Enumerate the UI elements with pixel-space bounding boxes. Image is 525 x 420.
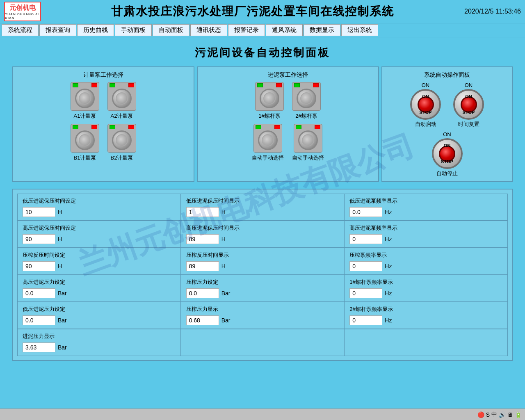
data-cell-0: 低压进泥保压时间设定H <box>17 194 181 221</box>
data-input-12[interactable] <box>23 315 55 325</box>
screw-auto-manual-1-dial[interactable] <box>253 124 282 153</box>
data-input-5[interactable] <box>349 234 382 244</box>
pump-a1-knob[interactable] <box>75 89 95 108</box>
data-cell-value-row-10: Bar <box>186 288 339 298</box>
pump-b1-dial[interactable] <box>71 124 99 153</box>
data-cell-label-11: 1#螺杆泵频率显示 <box>349 278 502 286</box>
screw-pump-1-red-led <box>276 83 282 87</box>
data-cell-value-row-7: H <box>186 261 339 271</box>
data-input-2[interactable] <box>349 207 382 217</box>
data-cell-value-row-1: H <box>186 207 339 217</box>
screw-auto-manual-1-knob[interactable] <box>258 130 278 150</box>
control-panels: 计量泵工作选择 A1计量泵 <box>12 66 513 182</box>
nav-btn-报表查询[interactable]: 报表查询 <box>39 24 76 36</box>
data-input-13[interactable] <box>186 315 219 325</box>
nav-btn-数据显示[interactable]: 数据显示 <box>304 24 340 36</box>
screw-pump-2-label: 2#螺杆泵 <box>295 112 317 120</box>
taskbar-icon-5: 🖥 <box>507 411 513 418</box>
pump-a2-green-led <box>110 83 115 87</box>
pump-b2-knob[interactable] <box>112 130 132 150</box>
data-cell-label-1: 低压进泥保压时间显示 <box>186 197 339 205</box>
nav-btn-通讯状态[interactable]: 通讯状态 <box>190 24 227 36</box>
data-input-15[interactable] <box>23 342 55 352</box>
data-input-0[interactable] <box>23 207 55 217</box>
data-cell-12: 低压进泥压力设定Bar <box>17 302 181 329</box>
data-cell-label-5: 高压进泥泵频率显示 <box>349 224 502 232</box>
data-cell-label-8: 压榨泵频率显示 <box>349 251 502 259</box>
data-input-10[interactable] <box>186 288 219 298</box>
screw-pump-title: 进泥泵工作选择 <box>203 71 372 79</box>
data-unit-6: H <box>58 263 62 269</box>
pump-a1: A1计量泵 <box>71 82 99 120</box>
data-unit-13: Bar <box>221 317 231 324</box>
metering-pump-title: 计量泵工作选择 <box>19 71 188 79</box>
pump-b1-knob[interactable] <box>75 130 95 150</box>
nav-btn-自动面板[interactable]: 自动面板 <box>153 24 189 36</box>
pump-a1-green-led <box>73 83 78 87</box>
data-cell-value-row-3: H <box>23 234 176 244</box>
taskbar-icon-6: 🔋 <box>515 411 522 418</box>
datetime: 2020/12/5 11:53:46 <box>464 8 521 15</box>
data-cell-label-7: 压榨反压时间显示 <box>186 251 339 259</box>
screw-auto-manual-2-indicators <box>294 125 322 129</box>
nav-btn-通风系统[interactable]: 通风系统 <box>266 24 303 36</box>
pump-b2-indicators <box>108 125 136 129</box>
data-input-8[interactable] <box>349 261 382 271</box>
nav-btn-系统流程[interactable]: 系统流程 <box>2 24 39 36</box>
time-reset-on-label: ON <box>465 82 473 88</box>
pump-a2: A2计量泵 <box>107 82 136 120</box>
screw-auto-manual-2-red-led <box>315 125 320 129</box>
sys-auto-title: 系统自动操作面板 <box>388 71 506 79</box>
data-cell-label-13: 压榨压力显示 <box>186 306 339 313</box>
data-input-1[interactable] <box>186 207 219 217</box>
data-input-4[interactable] <box>186 234 219 244</box>
screw-pump-2-red-led <box>313 83 319 87</box>
pump-b2-dial[interactable] <box>107 124 136 153</box>
screw-auto-manual-2-knob[interactable] <box>298 130 318 150</box>
nav-btn-报警记录[interactable]: 报警记录 <box>228 24 265 36</box>
pump-a2-knob-inner <box>116 92 128 105</box>
data-cell-16 <box>181 329 345 356</box>
data-unit-7: H <box>221 263 226 269</box>
auto-start-group: ON ON STOP 自动启动 <box>410 82 441 128</box>
screw-pump-1-dial[interactable] <box>255 82 284 111</box>
data-cell-label-0: 低压进泥保压时间设定 <box>23 197 176 205</box>
data-input-6[interactable] <box>23 261 55 271</box>
logo-symbol: 元创机电 <box>9 4 36 12</box>
taskbar: 🔴 S 中 🔊 🖥 🔋 <box>0 409 525 420</box>
pump-a2-dial[interactable] <box>107 82 136 111</box>
screw-pump-2-knob[interactable] <box>297 89 316 108</box>
data-input-7[interactable] <box>186 261 219 271</box>
pump-a2-label: A2计量泵 <box>111 112 133 120</box>
pump-a2-red-led <box>128 83 134 87</box>
data-input-14[interactable] <box>349 315 382 325</box>
data-cell-10: 压榨压力设定Bar <box>181 275 345 302</box>
auto-start-button[interactable]: ON STOP <box>410 89 441 120</box>
data-cell-11: 1#螺杆泵频率显示Hz <box>344 275 508 302</box>
screw-auto-manual-2-dial[interactable] <box>294 124 322 153</box>
data-input-11[interactable] <box>349 288 382 298</box>
screw-auto-manual-1-green-led <box>256 125 261 129</box>
data-unit-5: Hz <box>385 236 392 242</box>
screw-pump-2-dial[interactable] <box>292 82 321 111</box>
nav-btn-退出系统[interactable]: 退出系统 <box>341 24 378 36</box>
auto-start-on-text: ON <box>422 94 429 99</box>
data-cell-value-row-0: H <box>23 207 176 217</box>
data-input-9[interactable] <box>23 288 55 298</box>
pump-a1-dial[interactable] <box>71 82 99 111</box>
time-reset-group: ON ON STOP 时间复置 <box>453 82 484 128</box>
auto-stop-button[interactable]: ON STOP <box>432 138 463 169</box>
pump-b2-green-led <box>110 125 115 129</box>
time-reset-button[interactable]: ON STOP <box>453 89 484 120</box>
nav-btn-手动面板[interactable]: 手动面板 <box>115 24 152 36</box>
pump-b1-red-led <box>91 125 97 129</box>
nav-btn-历史曲线[interactable]: 历史曲线 <box>77 24 114 36</box>
pump-a2-knob[interactable] <box>112 89 132 108</box>
data-cell-value-row-13: Bar <box>186 315 339 325</box>
screw-pump-1-knob[interactable] <box>260 89 279 108</box>
data-cell-label-10: 压榨压力设定 <box>186 278 339 286</box>
data-unit-9: Bar <box>58 290 67 297</box>
sys-auto-panel: 系统自动操作面板 ON ON STOP 自动启动 ON ON STOP 时间复置 <box>381 66 513 182</box>
data-input-3[interactable] <box>23 234 55 244</box>
screw-auto-manual-1: 自动手动选择 <box>252 124 284 162</box>
